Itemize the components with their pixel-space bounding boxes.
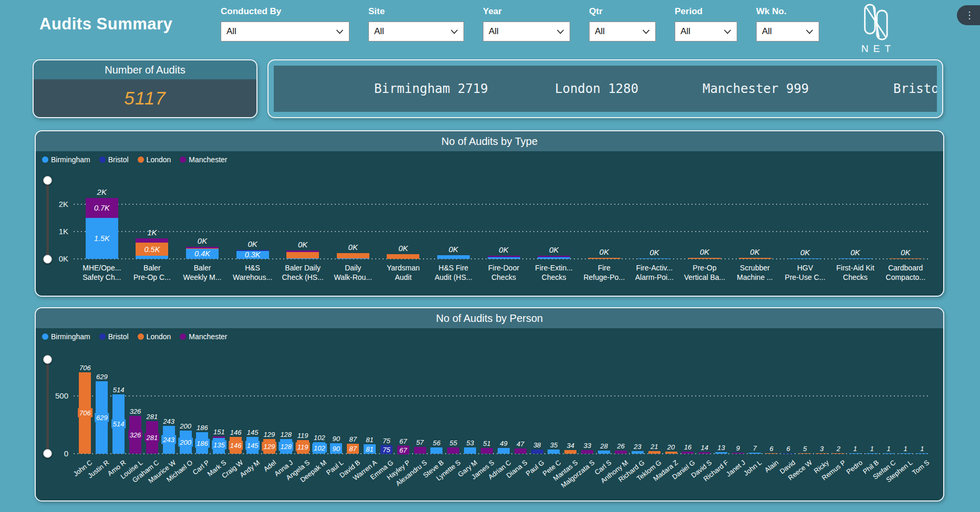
person-bar-mark-s[interactable]: 151135 [211, 358, 228, 454]
person-bar-louise-l[interactable]: 326326 [127, 358, 144, 454]
legend-item-bristol[interactable]: Bristol [99, 155, 129, 164]
zoom-slider-track[interactable] [46, 360, 49, 453]
segment-london [337, 253, 369, 258]
person-bar-james-s[interactable]: 51 [479, 358, 496, 454]
filter-dropdown-period[interactable]: All [675, 22, 737, 41]
person-bar-gary-m[interactable]: 53 [462, 358, 479, 454]
legend-item-london[interactable]: London [138, 155, 171, 164]
person-bar-richard-g[interactable]: 23 [629, 358, 646, 454]
legend-label: Birmingham [51, 332, 90, 341]
person-bar-warren-a[interactable]: 8181 [362, 358, 378, 454]
filter-dropdown-qtr[interactable]: All [589, 22, 656, 41]
type-bar-h-s-warehous[interactable]: 0K0.3K [228, 175, 278, 259]
person-bar-paul-l[interactable]: 9090 [328, 358, 345, 454]
person-bar-daniel-g[interactable]: 16 [679, 358, 696, 454]
type-bar-daily-walk-rou[interactable]: 0K [328, 175, 378, 259]
person-bar-amo-r[interactable]: 514514 [110, 358, 127, 454]
person-bar-remus-p[interactable]: 2 [830, 358, 847, 454]
person-bar-david[interactable]: 6 [780, 358, 797, 454]
site-totals-ticker-panel: Birmingham 2719London 1280Manchester 999… [267, 59, 943, 118]
type-bar-baler-weekly-m[interactable]: 0K0.4K [177, 175, 228, 259]
type-bar-pre-op-vertical-ba[interactable]: 0K [679, 175, 730, 259]
bar-carl-s [598, 451, 610, 454]
person-bar-justin-r[interactable]: 629629 [94, 358, 110, 454]
type-bar-mhe-ope-safety-ch[interactable]: 2K0.7K1.5K [77, 175, 127, 259]
person-bar-paul-g[interactable]: 38 [529, 358, 545, 454]
zoom-slider-upper-handle[interactable] [43, 355, 52, 364]
person-bar-alexandru-s[interactable]: 57 [411, 358, 428, 454]
legend-item-birmingham[interactable]: Birmingham [42, 332, 90, 341]
type-bar-cardboard-compacto[interactable]: 0K [881, 175, 931, 259]
person-bar-lynette-s[interactable]: 55 [445, 358, 462, 454]
person-bar-maurice-w[interactable]: 243243 [160, 358, 177, 454]
person-bar-tom-s[interactable]: 1 [914, 358, 931, 454]
bar-angela-s: 119 [297, 440, 309, 454]
legend-item-london[interactable]: London [138, 332, 171, 341]
filter-dropdown-wk-no[interactable]: All [756, 22, 819, 41]
legend-item-birmingham[interactable]: Birmingham [42, 155, 90, 164]
x-label-hgv-pre-use-c: HGVPre-Use C... [780, 263, 830, 283]
person-bar-david-s[interactable]: 14 [696, 358, 713, 454]
person-bar-emma-g[interactable]: 7575 [378, 358, 395, 454]
person-bar-pedro[interactable]: 1 [847, 358, 864, 454]
zoom-slider-upper-handle[interactable] [43, 176, 52, 185]
type-bar-h-s-fire-audit-hs[interactable]: 0K [428, 175, 479, 259]
person-bar-diana-s[interactable]: 47 [512, 358, 529, 454]
filter-dropdown-year[interactable]: All [483, 22, 570, 41]
legend-item-bristol[interactable]: Bristol [99, 332, 129, 341]
zoom-slider-lower-handle[interactable] [43, 255, 52, 264]
zoom-slider-track[interactable] [46, 181, 49, 259]
type-bar-baler-pre-op-c[interactable]: 1K0.5K [127, 175, 178, 259]
person-bar-graham-c[interactable]: 281281 [143, 358, 160, 454]
person-bar-richard-f[interactable]: 13 [713, 358, 730, 454]
person-bar-john-c[interactable]: 706706 [77, 358, 94, 454]
x-label-line: Refuge-Po... [579, 273, 630, 282]
person-bar-teklom-g[interactable]: 21 [646, 358, 663, 454]
type-bar-yardsman-audit[interactable]: 0K [378, 175, 429, 259]
person-bar-carl-p[interactable]: 186186 [194, 358, 211, 454]
person-bar-andy-m[interactable]: 145145 [244, 358, 261, 454]
person-bar-madara-z[interactable]: 20 [663, 358, 679, 454]
filter-dropdown-conducted-by[interactable]: All [221, 22, 349, 41]
person-bar-ricky[interactable]: 3 [813, 358, 830, 454]
legend-item-manchester[interactable]: Manchester [180, 155, 227, 164]
legend-item-manchester[interactable]: Manchester [180, 332, 227, 341]
type-bar-scrubber-machine[interactable]: 0K [730, 175, 780, 259]
person-bar-mantas-s[interactable]: 34 [562, 358, 579, 454]
person-bar-craig-w[interactable]: 146146 [228, 358, 244, 454]
person-bar-pete-c[interactable]: 35 [545, 358, 562, 454]
person-bar-anna-j[interactable]: 128128 [277, 358, 294, 454]
person-bar-malgorzata-s[interactable]: 33 [579, 358, 596, 454]
person-bar-michael-o[interactable]: 200200 [177, 358, 194, 454]
person-bar-deepak-m[interactable]: 102102 [311, 358, 328, 454]
filter-dropdown-site[interactable]: All [368, 22, 464, 41]
type-bar-baler-daily-check-hs[interactable]: 0K [277, 175, 328, 259]
type-bar-fire-activ-alarm-poi[interactable]: 0K [630, 175, 680, 259]
more-options-button[interactable]: ⋮ [957, 5, 980, 25]
person-bar-david-b[interactable]: 8787 [345, 358, 362, 454]
person-bar-adel[interactable]: 129129 [261, 358, 277, 454]
person-bar-adrian-c[interactable]: 49 [495, 358, 512, 454]
person-bar-stefan-c[interactable]: 1 [880, 358, 897, 454]
x-label-baler-weekly-m: BalerWeekly M... [177, 263, 228, 283]
type-bar-fire-refuge-po[interactable]: 0K [579, 175, 630, 259]
person-bar-john-l[interactable]: 7 [746, 358, 763, 454]
person-bar-steve-b[interactable]: 56 [428, 358, 445, 454]
person-bar-phil-b[interactable]: 1 [863, 358, 880, 454]
zoom-slider-lower-handle[interactable] [43, 449, 52, 458]
type-bar-hgv-pre-use-c[interactable]: 0K [780, 175, 830, 259]
person-bar-janet-j[interactable]: 9 [730, 358, 747, 454]
person-bar-hayley-p[interactable]: 6767 [395, 358, 411, 454]
person-bar-alain[interactable]: 6 [763, 358, 780, 454]
person-bar-angela-s[interactable]: 119119 [294, 358, 311, 454]
total-label-scrubber-machine: 0K [750, 247, 759, 256]
type-bar-fire-door-checks[interactable]: 0K [479, 175, 529, 259]
bar-diana-s [514, 448, 527, 454]
type-bar-fire-extin-checks[interactable]: 0K [529, 175, 579, 259]
person-bar-stephen-l[interactable]: 1 [897, 358, 914, 454]
type-bar-first-aid-kit-checks[interactable]: 0K [830, 175, 881, 259]
person-bar-carl-s[interactable]: 28 [596, 358, 613, 454]
person-bar-reece-w[interactable]: 5 [797, 358, 813, 454]
person-bar-anthony-m[interactable]: 26 [613, 358, 630, 454]
chart-title-audits-by-person: No of Audits by Person [36, 308, 943, 328]
